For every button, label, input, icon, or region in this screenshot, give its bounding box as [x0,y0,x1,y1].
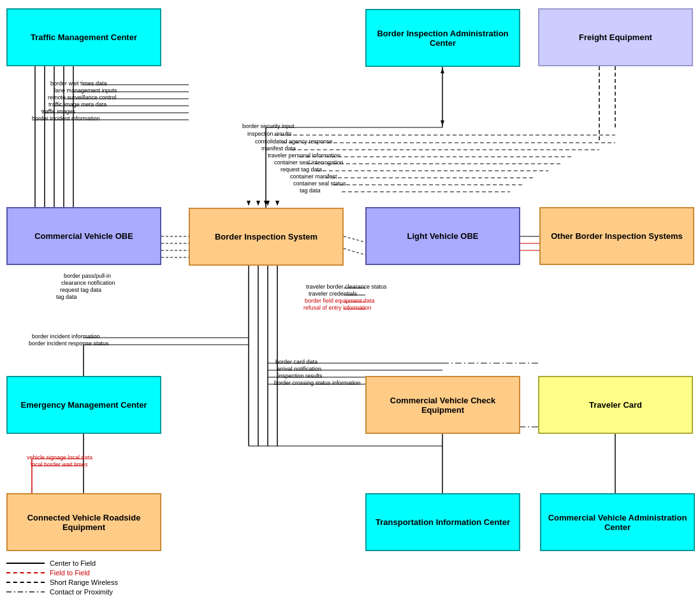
svg-marker-61 [256,201,260,206]
label-border-wait: border wait times data [50,80,107,87]
svg-marker-66 [441,68,444,73]
label-local-border-wait: local border wait times [31,461,88,468]
node-freight-equipment: Freight Equipment [538,8,693,66]
node-commercial-vehicle-check: Commercial Vehicle Check Equipment [365,376,520,434]
svg-marker-64 [441,120,444,126]
legend-item-short-range: Short Range Wireless [6,579,118,586]
label-border-crossing: border crossing status information [274,380,361,386]
node-traveler-card: Traveler Card [538,376,693,434]
label-border-security: border security input [242,123,295,129]
legend-line-dashed-black [6,582,45,583]
legend-label-center-field: Center to Field [50,559,96,567]
label-inspection-results1: inspection results [247,131,292,137]
label-traveler-clearance: traveler border clearance status [306,284,387,290]
legend-line-solid [6,563,45,564]
legend-item-center-field: Center to Field [6,559,118,567]
node-commercial-vehicle-obe: Commercial Vehicle OBE [6,207,161,265]
node-border-inspection-system: Border Inspection System [189,208,344,266]
label-remote-surv: remote surveillance control [48,94,117,101]
label-lane-mgmt: lane management inputs [54,87,117,94]
label-border-pass: border pass/pull-in [64,273,111,279]
node-transportation-info: Transportation Information Center [365,493,520,551]
label-traffic-meta: traffic image meta data [48,101,106,108]
label-vehicle-signage: vehicle signage local data [27,454,92,461]
svg-line-34 [344,248,365,255]
label-clearance-notif: clearance notification [61,280,115,286]
svg-marker-62 [266,201,270,206]
legend: Center to Field Field to Field Short Ran… [6,559,118,598]
legend-label-contact: Contact or Proximity [50,588,113,596]
label-inspection-results2: inspection results [278,373,323,379]
label-container-seal-status: container seal status [293,180,346,187]
label-traveler-personal: traveler personal information [268,152,340,159]
legend-line-dashed-red [6,572,45,573]
label-container-manifest: container manifest [290,173,337,180]
label-container-seal-int: container seal interrogation [274,159,344,166]
label-traveler-credentials: traveler credentials [309,291,357,297]
label-border-incident-response: border incident response status [29,340,109,347]
label-arrival-notif: arrival notification [277,366,321,372]
label-border-card: border card data [275,359,317,365]
legend-label-field-field: Field to Field [50,569,90,577]
legend-item-contact: Contact or Proximity [6,588,118,596]
label-traffic-images: traffic images [41,108,75,115]
legend-item-field-field: Field to Field [6,569,118,577]
svg-line-33 [344,236,365,242]
node-other-border-inspection: Other Border Inspection Systems [539,207,694,265]
label-border-incident1: border incident information [32,115,100,122]
node-commercial-vehicle-admin: Commercial Vehicle Administration Center [540,493,695,551]
node-light-vehicle-obe: Light Vehicle OBE [365,207,520,265]
node-emergency-management: Emergency Management Center [6,376,161,434]
label-consolidated: consolidated agency response [255,138,333,145]
label-manifest: manifest data [261,145,296,152]
svg-marker-65 [264,201,268,206]
node-traffic-management: Traffic Management Center [6,8,161,66]
label-tag-data2: tag data [56,294,77,300]
label-border-incident2: border incident information [32,333,100,340]
node-connected-vehicle-roadside: Connected Vehicle Roadside Equipment [6,493,161,551]
svg-marker-60 [247,201,251,206]
label-border-field-equip: border field equipment data [305,298,375,304]
node-border-inspection-admin: Border Inspection Administration Center [365,9,520,67]
legend-label-short-range: Short Range Wireless [50,579,118,586]
label-tag-data1: tag data [300,187,321,194]
svg-marker-63 [275,201,279,206]
diagram-container: border wait times data lane management i… [0,0,700,604]
label-refusal-entry: refusal of entry information [303,305,372,311]
legend-line-dot-dash [6,591,45,593]
label-request-tag: request tag data [281,166,322,173]
label-request-tag2: request tag data [60,287,101,293]
